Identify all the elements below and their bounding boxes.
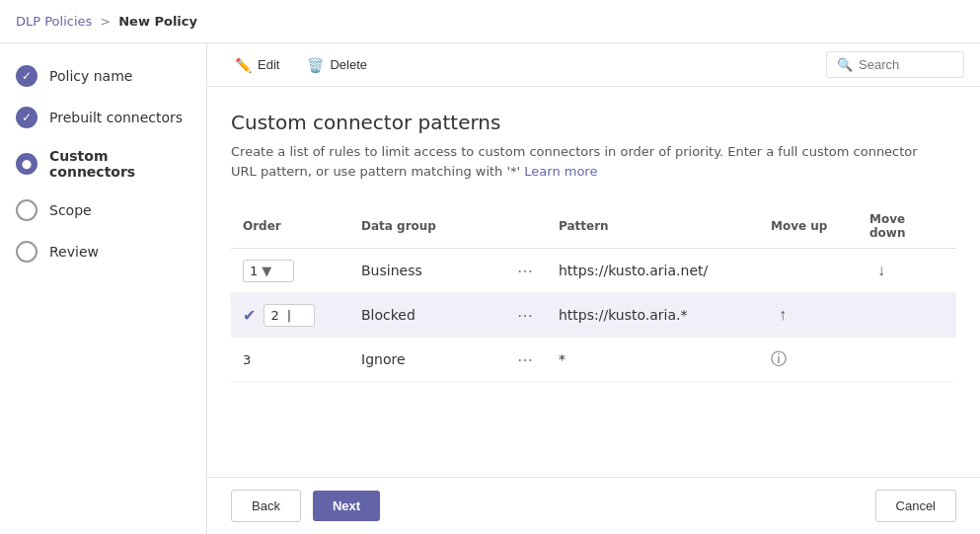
- delete-icon: 🗑️: [307, 57, 324, 73]
- data-group-cell: Blocked: [349, 293, 507, 338]
- order-value: 1: [250, 264, 258, 278]
- sidebar: ✓ Policy name ✓ Prebuilt connectors ● Cu…: [0, 43, 207, 534]
- order-cell: 3: [231, 338, 349, 382]
- col-data-group: Data group: [349, 204, 507, 249]
- search-box: 🔍: [826, 51, 964, 78]
- order-select-2[interactable]: 2 |: [264, 304, 315, 327]
- col-move-up: Move up: [759, 204, 858, 249]
- col-order: Order: [231, 204, 349, 249]
- breadcrumb-current: New Policy: [118, 14, 197, 29]
- connector-table: Order Data group Pattern Move up Move do…: [231, 204, 956, 382]
- data-group-value: Ignore: [361, 351, 406, 367]
- back-button[interactable]: Back: [231, 490, 301, 522]
- move-down-button-1[interactable]: ↓: [869, 258, 893, 283]
- pattern-value: https://kusto.aria.net/: [559, 263, 708, 278]
- step-indicator-4: [16, 199, 38, 221]
- order-cell: 1 ▼: [231, 249, 349, 293]
- sidebar-item-label: Prebuilt connectors: [49, 110, 183, 125]
- data-group-value: Blocked: [361, 307, 415, 323]
- pattern-cell: *: [547, 338, 759, 382]
- search-input[interactable]: [859, 57, 953, 72]
- breadcrumb-separator: >: [100, 14, 111, 29]
- step-indicator-5: [16, 241, 38, 263]
- row-actions-button-3[interactable]: ⋯: [511, 346, 539, 373]
- move-up-cell: ↑: [759, 293, 858, 338]
- search-icon: 🔍: [837, 57, 853, 72]
- edit-button[interactable]: ✏️ Edit: [223, 51, 291, 79]
- next-button[interactable]: Next: [313, 491, 380, 521]
- sidebar-item-label: Custom connectors: [49, 148, 190, 180]
- pattern-cell: https://kusto.aria.*: [547, 293, 759, 338]
- move-up-cell: [759, 249, 858, 293]
- sidebar-item-label: Policy name: [49, 68, 132, 84]
- move-down-cell: [858, 293, 956, 338]
- data-group-cell: Ignore: [349, 338, 507, 382]
- sidebar-item-label: Scope: [49, 202, 92, 218]
- sidebar-item-prebuilt-connectors[interactable]: ✓ Prebuilt connectors: [0, 97, 206, 138]
- delete-button[interactable]: 🗑️ Delete: [295, 51, 379, 79]
- cancel-button[interactable]: Cancel: [875, 490, 956, 522]
- move-up-button-2[interactable]: ↑: [771, 302, 794, 328]
- check-icon: ✔: [243, 306, 256, 325]
- sidebar-item-label: Review: [49, 244, 99, 260]
- delete-label: Delete: [330, 57, 367, 72]
- table-row: 1 ▼ Business: [231, 249, 956, 293]
- data-group-value: Business: [361, 263, 422, 278]
- toolbar: ✏️ Edit 🗑️ Delete 🔍: [207, 43, 980, 87]
- move-down-cell: ↓: [858, 249, 956, 293]
- top-bar: DLP Policies > New Policy: [0, 0, 980, 43]
- edit-label: Edit: [258, 57, 279, 72]
- pattern-value: *: [559, 351, 565, 367]
- step-indicator-1: ✓: [16, 65, 38, 87]
- breadcrumb-parent[interactable]: DLP Policies: [16, 14, 92, 29]
- move-up-cell: ⓘ: [759, 338, 858, 382]
- order-select-1[interactable]: 1 ▼: [243, 260, 294, 282]
- actions-cell: ⋯: [507, 293, 547, 338]
- sidebar-item-scope[interactable]: Scope: [0, 190, 206, 231]
- row-actions-button-2[interactable]: ⋯: [511, 302, 539, 329]
- info-icon[interactable]: ⓘ: [771, 349, 787, 370]
- cursor-icon: |: [287, 308, 291, 323]
- data-group-cell: Business: [349, 249, 507, 293]
- step-indicator-2: ✓: [16, 107, 38, 128]
- learn-more-link[interactable]: Learn more: [524, 164, 597, 179]
- col-actions: [507, 204, 547, 249]
- page-title: Custom connector patterns: [231, 111, 956, 134]
- sidebar-item-policy-name[interactable]: ✓ Policy name: [0, 55, 206, 97]
- chevron-down-icon: ▼: [262, 264, 271, 278]
- actions-cell: ⋯: [507, 338, 547, 382]
- edit-icon: ✏️: [235, 57, 252, 73]
- page-content: Custom connector patterns Create a list …: [207, 87, 980, 406]
- content-area: Custom connector patterns Create a list …: [207, 87, 980, 477]
- step-indicator-3: ●: [16, 153, 38, 175]
- table-row: ✔ 2 | Blocked: [231, 293, 956, 338]
- breadcrumb: DLP Policies > New Policy: [16, 14, 964, 29]
- page-description: Create a list of rules to limit access t…: [231, 142, 922, 181]
- order-value: 3: [243, 352, 251, 367]
- sidebar-item-review[interactable]: Review: [0, 231, 206, 272]
- sidebar-item-custom-connectors[interactable]: ● Custom connectors: [0, 138, 206, 190]
- order-value: 2: [270, 308, 278, 323]
- col-move-down: Move down: [858, 204, 956, 249]
- row-actions-button-1[interactable]: ⋯: [511, 258, 539, 284]
- pattern-value: https://kusto.aria.*: [559, 307, 688, 323]
- footer: Back Next Cancel: [207, 477, 980, 534]
- move-down-cell: [858, 338, 956, 382]
- pattern-cell: https://kusto.aria.net/: [547, 249, 759, 293]
- order-cell: ✔ 2 |: [231, 293, 349, 338]
- actions-cell: ⋯: [507, 249, 547, 293]
- col-pattern: Pattern: [547, 204, 759, 249]
- table-row: 3 Ignore ⋯: [231, 338, 956, 382]
